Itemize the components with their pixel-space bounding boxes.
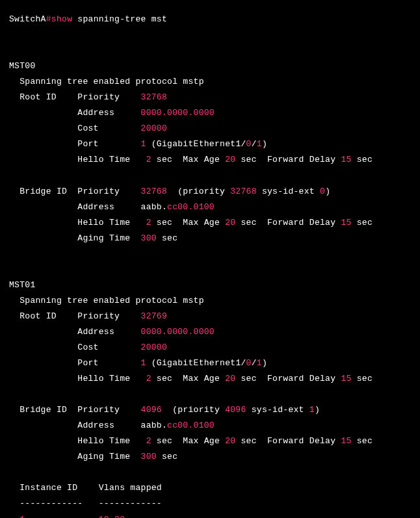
mst00-root-priority: 32768 bbox=[141, 92, 168, 102]
aging-unit: sec bbox=[157, 233, 177, 243]
fwd-unit4: sec bbox=[352, 436, 373, 446]
priority-close2: ) bbox=[315, 405, 320, 415]
bridge-address-label: Address bbox=[9, 202, 141, 212]
root-priority-label: Priority bbox=[77, 92, 140, 102]
fwd-unit2: sec bbox=[352, 218, 373, 227]
maxage-unit2: sec Forward Delay bbox=[235, 218, 341, 227]
port-close: ) bbox=[262, 139, 267, 149]
root-address-label: Address bbox=[9, 108, 141, 118]
hello-unit: sec Max Age bbox=[151, 155, 225, 164]
mst01-bridge-label: Bridge ID bbox=[9, 405, 77, 415]
priority-tail-a: (priority bbox=[167, 187, 230, 196]
mst00-bridge-maxage: 20 bbox=[225, 218, 235, 227]
mst00-header: MST00 bbox=[9, 61, 36, 71]
mst01-bridge-maxage: 20 bbox=[225, 436, 235, 446]
mst01-root-priority: 32769 bbox=[141, 311, 168, 321]
sysid2: 1 bbox=[309, 405, 315, 415]
mst01-bridge-aging: 300 bbox=[141, 452, 157, 461]
priority-inner: 32768 bbox=[230, 187, 257, 196]
root-priority-label2: Priority bbox=[77, 311, 140, 321]
vlan-table-divider: ------------ ------------ bbox=[9, 499, 162, 508]
prompt-separator: # bbox=[46, 14, 51, 24]
port-slot: 0 bbox=[246, 139, 252, 149]
mst01-root-maxage: 20 bbox=[225, 374, 235, 383]
mst00-protocol: Spanning tree enabled protocol mstp bbox=[9, 77, 204, 86]
mst01-root-hello: 2 bbox=[146, 374, 151, 383]
priority-inner2: 4096 bbox=[225, 405, 246, 415]
vlan-range-start: 10 bbox=[99, 515, 109, 519]
root-hello-label: Hello Time bbox=[9, 155, 146, 164]
mst00-root-fwd: 15 bbox=[341, 155, 351, 164]
mst01-bridge-fwd: 15 bbox=[341, 436, 351, 446]
bridge-hello-label: Hello Time bbox=[9, 218, 146, 227]
mst00-bridge-address-b: cc00.0100 bbox=[167, 202, 215, 212]
mst01-root-port-num: 1 bbox=[141, 358, 146, 368]
mst01-protocol: Spanning tree enabled protocol mstp bbox=[9, 296, 204, 305]
root-address-label2: Address bbox=[9, 327, 141, 337]
mst00-bridge-fwd: 15 bbox=[341, 218, 351, 227]
vlan-row-prefix bbox=[9, 515, 20, 519]
mst00-root-cost: 20000 bbox=[141, 123, 168, 133]
terminal-output: SwitchA#show spanning-tree mst MST00 Spa… bbox=[9, 14, 373, 518]
mst00-root-hello: 2 bbox=[146, 155, 151, 164]
prompt-host: SwitchA bbox=[9, 14, 46, 24]
command-show: show bbox=[51, 14, 72, 24]
vlan-range-end: 30 bbox=[114, 515, 125, 519]
port-num22: 1 bbox=[257, 358, 262, 368]
fwd-unit3: sec bbox=[352, 374, 373, 383]
mst00-root-label: Root ID bbox=[9, 92, 77, 102]
mst01-root-label: Root ID bbox=[9, 311, 77, 321]
mst00-root-address: 0000.0000.0000 bbox=[141, 108, 215, 118]
mst01-root-address: 0000.0000.0000 bbox=[141, 327, 215, 337]
mst01-root-fwd: 15 bbox=[341, 374, 351, 383]
port-slot2: 0 bbox=[246, 358, 252, 368]
vlan-gap bbox=[25, 515, 98, 519]
hello-unit2: sec Max Age bbox=[151, 218, 225, 227]
mst00-root-maxage: 20 bbox=[225, 155, 235, 164]
bridge-hello-label2: Hello Time bbox=[9, 436, 146, 446]
hello-unit4: sec Max Age bbox=[151, 436, 225, 446]
mst01-bridge-address-a: aabb. bbox=[141, 421, 168, 430]
fwd-unit: sec bbox=[352, 155, 373, 164]
port-sep2: / bbox=[252, 358, 257, 368]
bridge-aging-label: Aging Time bbox=[9, 233, 141, 243]
mst00-bridge-label: Bridge ID bbox=[9, 187, 77, 196]
vlan-range-sep: - bbox=[109, 515, 114, 519]
root-port-label: Port bbox=[9, 139, 141, 149]
mst00-bridge-priority: 32768 bbox=[141, 187, 168, 196]
mst00-root-port-num: 1 bbox=[141, 139, 146, 149]
port-sep: / bbox=[252, 139, 257, 149]
priority-tail-b: sys-id-ext bbox=[257, 187, 320, 196]
maxage-unit4: sec Forward Delay bbox=[235, 436, 341, 446]
vlan-table-header: Instance ID Vlans mapped bbox=[9, 483, 162, 493]
root-hello-label2: Hello Time bbox=[9, 374, 146, 383]
bridge-aging-label2: Aging Time bbox=[9, 452, 141, 461]
priority-tail-a2: (priority bbox=[162, 405, 225, 415]
mst00-bridge-address-a: aabb. bbox=[141, 202, 168, 212]
aging-unit2: sec bbox=[157, 452, 177, 461]
bridge-priority-label2: Priority bbox=[77, 405, 140, 415]
port-close2: ) bbox=[262, 358, 267, 368]
maxage-unit3: sec Forward Delay bbox=[235, 374, 341, 383]
port-interface-a2: (GigabitEthernet1/ bbox=[146, 358, 246, 368]
priority-tail-b2: sys-id-ext bbox=[246, 405, 309, 415]
bridge-priority-label: Priority bbox=[77, 187, 140, 196]
command-tail: spanning-tree mst bbox=[72, 14, 167, 24]
root-cost-label2: Cost bbox=[9, 343, 141, 352]
mst00-bridge-aging: 300 bbox=[141, 233, 157, 243]
mst01-bridge-priority: 4096 bbox=[141, 405, 162, 415]
mst01-header: MST01 bbox=[9, 280, 36, 290]
mst01-root-cost: 20000 bbox=[141, 343, 168, 352]
priority-close: ) bbox=[325, 187, 330, 196]
mst01-bridge-address-b: cc00.0100 bbox=[167, 421, 215, 430]
sysid: 0 bbox=[320, 187, 325, 196]
port-num2: 1 bbox=[257, 139, 262, 149]
mst01-bridge-hello: 2 bbox=[146, 436, 151, 446]
maxage-unit: sec Forward Delay bbox=[235, 155, 341, 164]
port-interface-a: (GigabitEthernet1/ bbox=[146, 139, 246, 149]
root-cost-label: Cost bbox=[9, 123, 141, 133]
hello-unit3: sec Max Age bbox=[151, 374, 225, 383]
bridge-address-label2: Address bbox=[9, 421, 141, 430]
root-port-label2: Port bbox=[9, 358, 141, 368]
mst00-bridge-hello: 2 bbox=[146, 218, 151, 227]
